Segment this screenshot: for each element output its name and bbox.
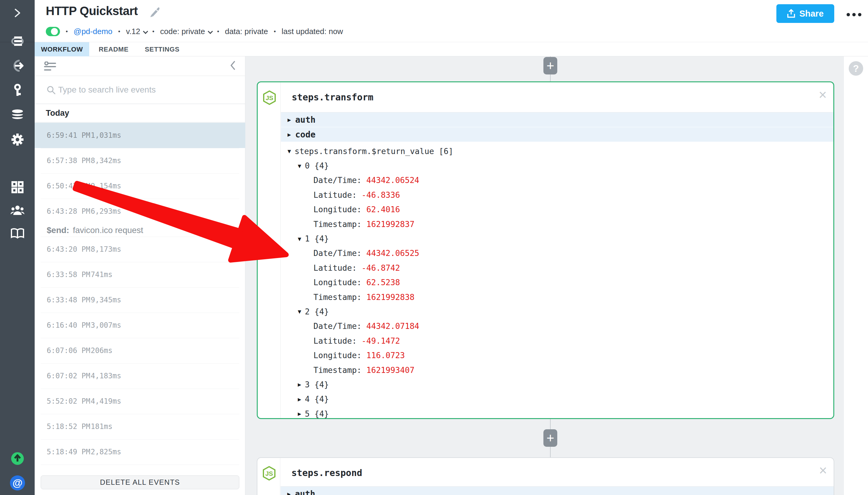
step-title: steps.transform (292, 92, 374, 102)
tree-node-row[interactable]: ▼steps.transform.$return_value [6] (281, 144, 833, 158)
code-visibility-dropdown[interactable]: code: private (160, 27, 211, 36)
event-list-item[interactable]: 6:07:02 PM4,183ms (35, 363, 245, 389)
tree-section-auth[interactable]: ▶auth (281, 113, 833, 127)
event-list-item[interactable]: 5:52:02 PM4,419ms (35, 389, 245, 414)
close-icon[interactable]: × (819, 88, 827, 102)
tree-leaf-row: Date/Time:44342.06525 (281, 246, 833, 260)
expand-sidebar-icon[interactable] (0, 4, 35, 22)
search-input[interactable] (58, 83, 233, 97)
tree-leaf-row: Timestamp:1621992837 (281, 217, 833, 231)
owner-link[interactable]: @pd-demo (73, 27, 112, 36)
share-button[interactable]: Share (776, 4, 834, 23)
tree-leaf-row: Longitude:116.0723 (281, 348, 833, 362)
tree-node-row[interactable]: ▼1 {4} (281, 231, 833, 246)
tree-leaf-row: Latitude:-46.8742 (281, 260, 833, 275)
step-card-transform[interactable]: JS steps.transform × ▶auth▶code▼steps.tr… (257, 81, 834, 419)
collapsed-triangle-icon[interactable]: ▶ (288, 131, 291, 138)
event-list-item[interactable]: 6:07:06 PM206ms (35, 338, 245, 363)
page-title: HTTP Quickstart (46, 4, 138, 18)
tree-leaf-row: Latitude:-46.8336 (281, 188, 833, 202)
close-icon[interactable]: × (819, 463, 827, 477)
event-list-item[interactable]: 5:18:49 PM2,825ms (35, 439, 245, 464)
collapsed-triangle-icon[interactable]: ▶ (288, 116, 291, 123)
event-list-item[interactable]: 5:18:52 PM181ms (35, 414, 245, 439)
collapsed-triangle-icon[interactable]: ▶ (298, 410, 301, 417)
collapsed-triangle-icon[interactable]: ▶ (287, 491, 291, 495)
tree-leaf-row: Longitude:62.4016 (281, 202, 833, 217)
accounts-key-icon[interactable] (0, 81, 35, 100)
workflows-icon[interactable] (0, 32, 35, 50)
tree-leaf-row: Latitude:-49.1472 (281, 334, 833, 348)
more-options-button[interactable] (842, 9, 866, 20)
step-result-tree: ▶auth▶code▼steps.transform.$return_value… (281, 113, 833, 418)
delete-all-events-button[interactable]: DELETE ALL EVENTS (41, 475, 239, 489)
event-list-item[interactable]: 6:43:20 PM8,173ms (35, 237, 245, 262)
svg-text:JS: JS (265, 95, 273, 101)
chevron-down-icon (143, 29, 148, 34)
event-list-item[interactable]: 5:16:33 PM3,861ms (35, 464, 245, 472)
event-list-item[interactable]: 6:33:48 PM9,345ms (35, 287, 245, 313)
docs-book-icon[interactable] (0, 225, 35, 243)
collapsed-triangle-icon[interactable]: ▶ (298, 396, 301, 403)
deploy-toggle[interactable] (46, 27, 60, 36)
tree-node-row[interactable]: ▶5 {4} (281, 406, 833, 418)
tree-section-auth[interactable]: ▶auth (281, 487, 834, 495)
expanded-triangle-icon[interactable]: ▼ (298, 308, 301, 315)
expanded-triangle-icon[interactable]: ▼ (298, 236, 301, 242)
add-step-button-top[interactable]: + (543, 57, 557, 74)
svg-text:JS: JS (265, 470, 273, 477)
deploy-up-arrow-icon[interactable] (0, 449, 35, 467)
event-list-item[interactable]: 6:43:28 PM6,293ms (35, 199, 245, 224)
edit-title-pencil-icon[interactable] (149, 7, 159, 19)
user-avatar-at-icon[interactable]: @ (0, 474, 35, 492)
event-list-item[interactable]: 6:57:38 PM8,342ms (35, 148, 245, 173)
tab-settings[interactable]: SETTINGS (138, 42, 186, 56)
chevron-down-icon (208, 29, 213, 34)
event-list-item[interactable]: 6:59:41 PM1,031ms (35, 123, 245, 148)
step-card-header: steps.respond × (281, 458, 834, 487)
filter-icon[interactable] (44, 62, 56, 72)
workflow-meta-row: • @pd-demo • v.12 • code: private • data… (46, 26, 343, 37)
event-list: 6:59:41 PM1,031ms6:57:38 PM8,342ms6:50:4… (35, 123, 245, 472)
step-title: steps.respond (292, 467, 362, 478)
tab-readme[interactable]: README (89, 42, 138, 56)
settings-gear-icon[interactable] (0, 131, 35, 149)
step-card-respond[interactable]: JS steps.respond × ▶auth (257, 457, 834, 495)
tree-node-row[interactable]: ▼0 {4} (281, 158, 833, 173)
tree-leaf-row: Date/Time:44342.06524 (281, 173, 833, 188)
event-search-row (35, 76, 245, 104)
workflow-header: HTTP Quickstart • @pd-demo • v.12 • code… (35, 0, 868, 42)
tree-leaf-row: Timestamp:1621992838 (281, 290, 833, 304)
tab-workflow[interactable]: WORKFLOW (35, 42, 89, 56)
sql-data-icon[interactable] (0, 106, 35, 124)
events-toolbar (35, 56, 245, 76)
canvas-right-strip (844, 56, 868, 495)
tree-leaf-row: Date/Time:44342.07184 (281, 319, 833, 334)
data-visibility: data: private (225, 27, 268, 36)
event-list-item[interactable]: 6:16:40 PM3,007ms (35, 313, 245, 338)
svg-text:@: @ (12, 477, 22, 488)
event-list-item[interactable]: 6:50:42 PM9,154ms (35, 173, 245, 199)
step-gutter: JS (257, 458, 280, 495)
apps-grid-icon[interactable] (0, 178, 35, 196)
tree-node-row[interactable]: ▼2 {4} (281, 304, 833, 319)
step-result-tree: ▶auth (281, 487, 834, 495)
collapse-panel-icon[interactable] (230, 61, 236, 71)
version-dropdown[interactable]: v.12 (126, 27, 146, 36)
expanded-triangle-icon[interactable]: ▼ (298, 163, 301, 169)
tree-node-row[interactable]: ▶4 {4} (281, 392, 833, 406)
tree-section-code[interactable]: ▶code (281, 127, 833, 142)
search-icon (47, 86, 56, 96)
live-events-panel: Today 6:59:41 PM1,031ms6:57:38 PM8,342ms… (35, 56, 245, 495)
community-people-icon[interactable] (0, 201, 35, 220)
add-step-button-between[interactable]: + (543, 429, 557, 447)
expanded-triangle-icon[interactable]: ▼ (288, 148, 291, 154)
event-end-label: $end:favicon.ico request (35, 224, 245, 237)
collapsed-triangle-icon[interactable]: ▶ (298, 381, 301, 388)
event-sources-icon[interactable] (0, 57, 35, 75)
event-list-item[interactable]: 6:33:58 PM741ms (35, 262, 245, 287)
last-updated: last updated: now (281, 27, 343, 36)
help-button[interactable]: ? (849, 61, 863, 76)
tree-node-row[interactable]: ▶3 {4} (281, 377, 833, 392)
step-gutter: JS (258, 82, 281, 418)
